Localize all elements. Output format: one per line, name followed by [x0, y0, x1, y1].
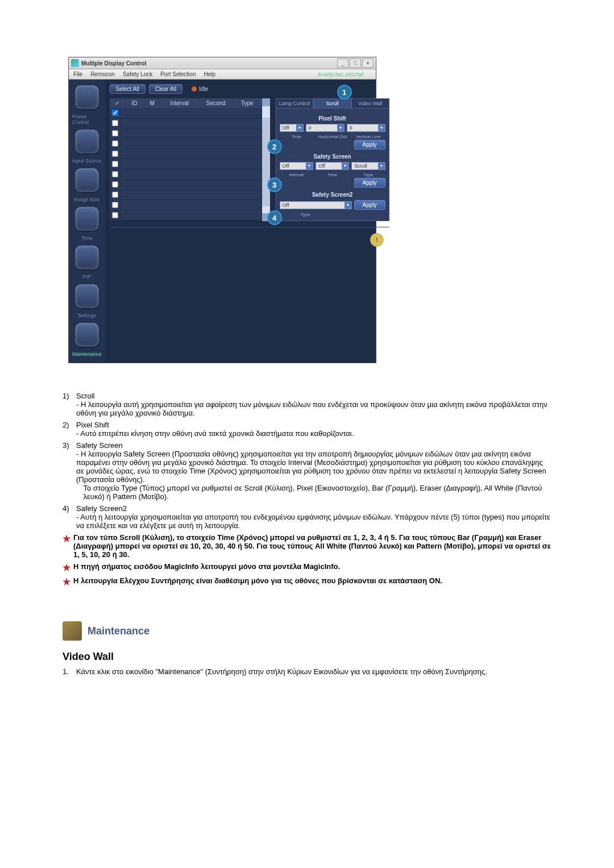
star-icon: ★ — [63, 576, 70, 587]
clock-icon[interactable] — [75, 207, 99, 231]
table-row[interactable] — [110, 159, 262, 169]
row-checkbox[interactable] — [112, 181, 118, 188]
table-row[interactable] — [110, 210, 262, 221]
row-checkbox[interactable] — [112, 192, 118, 198]
apply-button[interactable]: Apply — [354, 200, 385, 210]
label-hdot: Horizontal Dot — [316, 134, 349, 139]
tab-lamp[interactable]: Lamp Control — [276, 98, 314, 108]
table-row[interactable] — [110, 149, 262, 159]
row-checkbox[interactable] — [112, 120, 118, 126]
menu-file[interactable]: File — [73, 71, 82, 77]
item-num: 4) — [63, 504, 74, 513]
item-title: Scroll — [76, 392, 95, 400]
maintenance-icon[interactable] — [75, 323, 99, 347]
video-wall-heading: Video Wall — [63, 651, 551, 663]
menu-help[interactable]: Help — [204, 71, 215, 77]
safety-screen-type-select[interactable]: Scroll▾ — [351, 162, 385, 170]
sidebar-label: Time — [81, 235, 93, 241]
row-checkbox[interactable] — [112, 151, 118, 157]
apply-button[interactable]: Apply — [354, 140, 385, 149]
sidebar-label: Maintenance — [72, 351, 102, 357]
tab-scroll[interactable]: Scroll — [313, 98, 351, 108]
row-checkbox[interactable] — [112, 130, 118, 136]
item-title: Safety Screen2 — [76, 504, 127, 513]
signal-icon[interactable] — [75, 130, 99, 153]
callout-1: 1 — [337, 85, 352, 99]
clear-all-button[interactable]: Clear All — [149, 84, 182, 94]
sidebar: Power Control Input Source Image Size Ti… — [69, 80, 105, 363]
screen-icon[interactable] — [75, 168, 99, 192]
th-check: ✓ — [110, 98, 125, 108]
table-row[interactable] — [110, 118, 262, 128]
row-checkbox[interactable] — [112, 140, 118, 147]
label-time: Time — [316, 172, 349, 177]
right-panel: Lamp Control Scroll Video Wall 1 Pixel S… — [276, 98, 389, 221]
sidebar-label: Input Source — [72, 158, 101, 164]
minimize-button[interactable]: _ — [337, 59, 349, 68]
pixel-shift-hdot-select[interactable]: 0▾ — [306, 124, 345, 132]
status-dot-icon — [192, 86, 197, 92]
status-indicator: Idle — [192, 86, 208, 92]
sidebar-label: Image Size — [74, 197, 99, 202]
star-icon: ★ — [63, 533, 70, 544]
safety-screen-interval-select[interactable]: Off▾ — [280, 162, 313, 170]
label-vline: Vertical Line — [351, 134, 385, 139]
maintenance-heading: Maintenance — [63, 621, 551, 641]
table-row[interactable] — [110, 169, 262, 180]
titlebar: Multiple Display Control _ □ × — [69, 57, 376, 69]
item-text: - Η λειτουργία Safety Screen (Προστασία … — [76, 450, 551, 484]
safety-screen2-type-select[interactable]: Off▾ — [280, 201, 352, 209]
label-interval: Interval — [280, 172, 313, 177]
menubar: File Remocon Safety Lock Port Selection … — [69, 69, 376, 80]
table-row[interactable] — [110, 128, 262, 139]
th-id: ID — [125, 98, 145, 108]
pixel-shift-time-select[interactable]: Off▾ — [280, 124, 304, 132]
row-checkbox[interactable] — [112, 171, 118, 177]
list-number: 1. — [63, 667, 73, 676]
apply-button[interactable]: Apply — [354, 178, 385, 188]
row-checkbox[interactable] — [112, 110, 118, 116]
star-note: ★ Η πηγή σήματος εισόδου MagicInfo λειτο… — [63, 562, 551, 573]
star-note: ★ Η λειτουργία Ελέγχου Συντήρησης είναι … — [63, 576, 551, 587]
table-row[interactable] — [110, 180, 262, 190]
item-text: - Η λειτουργία αυτή χρησιμοποιείται για … — [76, 400, 551, 417]
maintenance-heading-text: Maintenance — [88, 625, 150, 637]
table-row[interactable] — [110, 108, 262, 118]
status-text: Idle — [199, 86, 208, 92]
item-num: 3) — [63, 441, 74, 450]
label-type: Type — [280, 212, 331, 217]
pixel-shift-vline-select[interactable]: 0▾ — [347, 124, 385, 132]
maintenance-section-icon — [63, 621, 82, 641]
settings-icon[interactable] — [75, 284, 99, 308]
table-row[interactable] — [110, 190, 262, 200]
row-checkbox[interactable] — [112, 202, 118, 208]
power-icon[interactable] — [75, 85, 99, 109]
label-time: Time — [280, 134, 313, 139]
th-type: Type — [233, 98, 262, 108]
row-checkbox[interactable] — [112, 161, 118, 167]
maximize-button[interactable]: □ — [350, 59, 361, 68]
close-button[interactable]: × — [362, 59, 374, 68]
pip-icon[interactable] — [75, 246, 99, 269]
table-row[interactable] — [110, 139, 262, 149]
menu-port-selection[interactable]: Port Selection — [160, 71, 196, 77]
table-body — [110, 108, 262, 216]
note-text: Η πηγή σήματος εισόδου MagicInfo λειτουρ… — [73, 562, 551, 571]
item-title: Pixel Shift — [76, 421, 109, 429]
menu-remocon[interactable]: Remocon — [90, 71, 115, 77]
table-scrollbar[interactable] — [262, 98, 270, 221]
list-text: Κάντε κλικ στο εικονίδιο "Maintenance" (… — [76, 667, 487, 676]
window-title: Multiple Display Control — [81, 60, 146, 67]
item-text2: Το στοιχείο Type (Τύπος) μπορεί να ρυθμι… — [84, 484, 551, 501]
sidebar-label: PIP — [83, 274, 92, 280]
tab-video-wall[interactable]: Video Wall — [351, 98, 389, 108]
table-row[interactable] — [110, 200, 262, 210]
info-icon: ! — [370, 233, 384, 247]
menu-safety-lock[interactable]: Safety Lock — [123, 71, 152, 77]
item-title: Safety Screen — [76, 441, 123, 450]
safety-screen-time-select[interactable]: Off▾ — [316, 162, 349, 170]
th-second: Second — [200, 98, 233, 108]
select-all-button[interactable]: Select All — [110, 84, 146, 94]
explain-section: 1) Scroll - Η λειτουργία αυτή χρησιμοποι… — [63, 392, 551, 530]
row-checkbox[interactable] — [112, 212, 118, 218]
